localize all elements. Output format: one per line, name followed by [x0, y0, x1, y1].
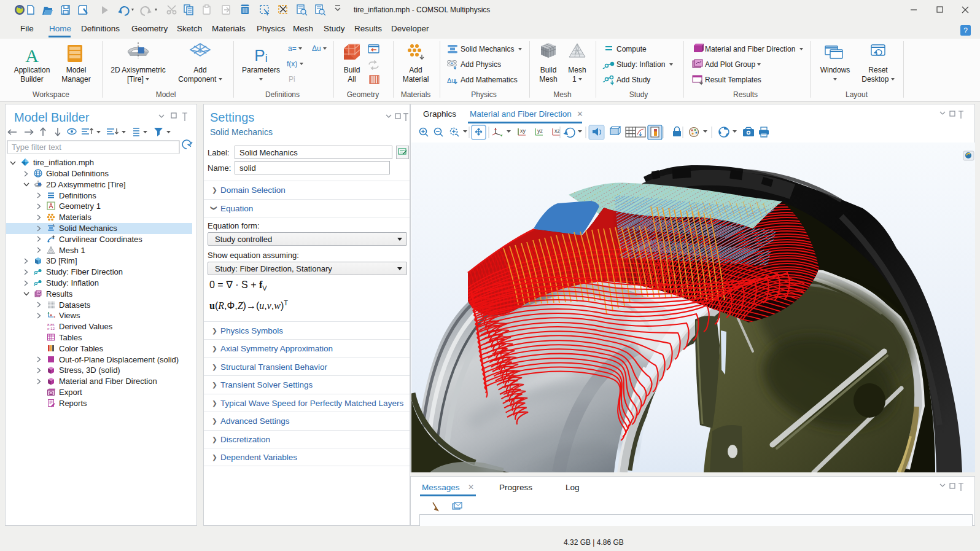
svg-text:8.85: 8.85	[47, 323, 55, 327]
svg-text:xz: xz	[554, 128, 561, 134]
svg-text:A: A	[25, 45, 39, 66]
svg-text:Pi: Pi	[254, 46, 267, 64]
svg-text:Δu: Δu	[447, 77, 455, 84]
svg-text:e-12: e-12	[47, 327, 55, 330]
svg-text:?: ?	[963, 26, 968, 35]
svg-text:xy: xy	[520, 128, 526, 134]
svg-text:yz: yz	[537, 128, 543, 134]
svg-text:Type filter text: Type filter text	[12, 143, 61, 152]
